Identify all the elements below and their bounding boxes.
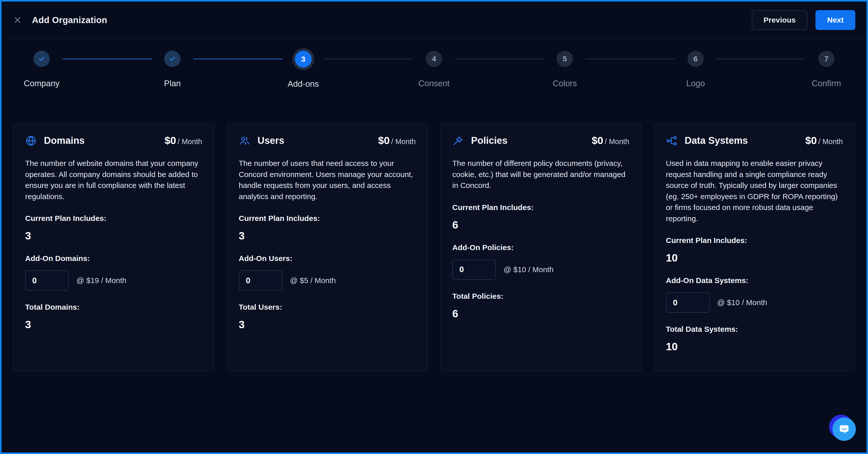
card-header: Data Systems $0 / Month (666, 135, 843, 147)
plan-includes-label: Current Plan Includes: (239, 214, 416, 223)
card-price: $0 / Month (378, 135, 416, 147)
step-circle-4[interactable]: 4 (426, 51, 442, 67)
total-label: Total Domains: (25, 303, 202, 312)
step-logo[interactable]: 6 Logo (675, 51, 716, 88)
addon-rate: @ $19 / Month (76, 276, 126, 285)
card-title: Policies (471, 135, 507, 146)
plan-includes-label: Current Plan Includes: (666, 236, 843, 245)
step-company[interactable]: 1 Company (21, 51, 62, 88)
data-systems-icon (666, 135, 678, 147)
addon-rate: @ $10 / Month (717, 298, 767, 307)
card-title: Domains (44, 135, 85, 146)
card-price: $0 / Month (592, 135, 629, 147)
addon-domains-input[interactable] (25, 270, 69, 291)
total-value: 10 (666, 340, 843, 353)
step-circle-7[interactable]: 7 (818, 51, 835, 67)
header-left: Add Organization (13, 15, 107, 25)
gavel-icon (452, 135, 464, 147)
card-policies: Policies $0 / Month The number of differ… (440, 123, 641, 372)
card-data-systems: Data Systems $0 / Month Used in data map… (654, 123, 855, 372)
addon-row: @ $19 / Month (25, 270, 202, 291)
plan-includes-label: Current Plan Includes: (452, 203, 629, 212)
addon-row: @ $10 / Month (666, 292, 843, 313)
plan-includes-value: 6 (452, 219, 629, 231)
plan-includes-value: 10 (666, 252, 843, 264)
addon-label: Add-On Users: (239, 254, 416, 263)
chat-launcher-button[interactable] (833, 418, 856, 441)
step-circle-3[interactable]: 3 (295, 51, 312, 67)
card-description: The number of website domains that your … (25, 158, 202, 202)
total-value: 3 (25, 319, 202, 331)
step-colors[interactable]: 5 Colors (544, 51, 586, 88)
addon-row: @ $5 / Month (239, 270, 416, 291)
check-icon (37, 55, 46, 63)
card-price: $0 / Month (805, 135, 843, 147)
step-connector (455, 59, 544, 59)
previous-button[interactable]: Previous (752, 10, 807, 30)
addon-label: Add-On Domains: (25, 254, 202, 263)
step-label: Add-ons (287, 79, 319, 89)
step-circle-2[interactable]: 2 (164, 51, 181, 67)
card-description: The number of users that need access to … (239, 158, 416, 202)
addons-card-grid: Domains $0 / Month The number of website… (13, 123, 855, 372)
close-icon[interactable] (13, 15, 22, 25)
card-title: Data Systems (685, 135, 748, 146)
step-connector (193, 59, 282, 59)
chat-bubble-icon (833, 418, 856, 441)
step-label: Logo (686, 78, 705, 88)
total-label: Total Data Systems: (666, 325, 843, 333)
globe-icon (25, 135, 37, 147)
plan-includes-label: Current Plan Includes: (25, 214, 202, 223)
plan-includes-value: 3 (239, 230, 416, 242)
plan-includes-value: 3 (25, 230, 202, 242)
step-connector (324, 59, 413, 59)
addon-users-input[interactable] (239, 270, 282, 291)
next-button[interactable]: Next (815, 10, 855, 30)
card-price: $0 / Month (164, 135, 202, 147)
addon-label: Add-On Policies: (452, 243, 629, 252)
card-users: Users $0 / Month The number of users tha… (227, 123, 428, 372)
addon-data-systems-input[interactable] (666, 292, 710, 313)
step-circle-5[interactable]: 5 (557, 51, 573, 67)
wizard-stepper: 1 Company 2 Plan 3 Add-ons 4 Consent 5 C… (2, 51, 866, 89)
step-connector (62, 59, 152, 59)
card-description: The number of different policy documents… (452, 158, 629, 191)
card-title: Users (258, 135, 284, 146)
total-label: Total Users: (239, 303, 416, 312)
addon-rate: @ $10 / Month (503, 265, 554, 274)
step-connector (716, 59, 806, 59)
add-organization-modal: { "header": { "title": "Add Organization… (0, 0, 868, 454)
addon-policies-input[interactable] (452, 259, 496, 280)
total-value: 3 (239, 319, 416, 331)
card-domains: Domains $0 / Month The number of website… (13, 123, 214, 372)
card-header: Users $0 / Month (239, 135, 416, 147)
step-circle-1[interactable]: 1 (33, 51, 50, 67)
step-connector (586, 59, 675, 59)
step-consent[interactable]: 4 Consent (413, 51, 455, 88)
card-header: Domains $0 / Month (25, 135, 202, 147)
card-header: Policies $0 / Month (452, 135, 629, 147)
addon-row: @ $10 / Month (452, 259, 629, 280)
step-add-ons[interactable]: 3 Add-ons (282, 51, 324, 89)
addon-label: Add-On Data Systems: (666, 276, 843, 285)
step-label: Company (24, 78, 59, 88)
card-description: Used in data mapping to enable easier pr… (666, 158, 843, 224)
step-confirm[interactable]: 7 Confirm (806, 51, 847, 88)
total-value: 6 (452, 307, 629, 320)
step-circle-6[interactable]: 6 (687, 51, 704, 67)
modal-header: Add Organization Previous Next (2, 2, 866, 38)
step-plan[interactable]: 2 Plan (152, 51, 193, 88)
step-label: Colors (553, 78, 577, 88)
step-label: Confirm (812, 78, 841, 88)
users-icon (239, 135, 250, 147)
total-label: Total Policies: (452, 292, 629, 300)
page-title: Add Organization (32, 15, 107, 25)
addon-rate: @ $5 / Month (290, 276, 336, 285)
step-label: Plan (164, 78, 181, 88)
step-label: Consent (418, 78, 450, 88)
check-icon (168, 55, 176, 63)
header-actions: Previous Next (752, 10, 855, 30)
